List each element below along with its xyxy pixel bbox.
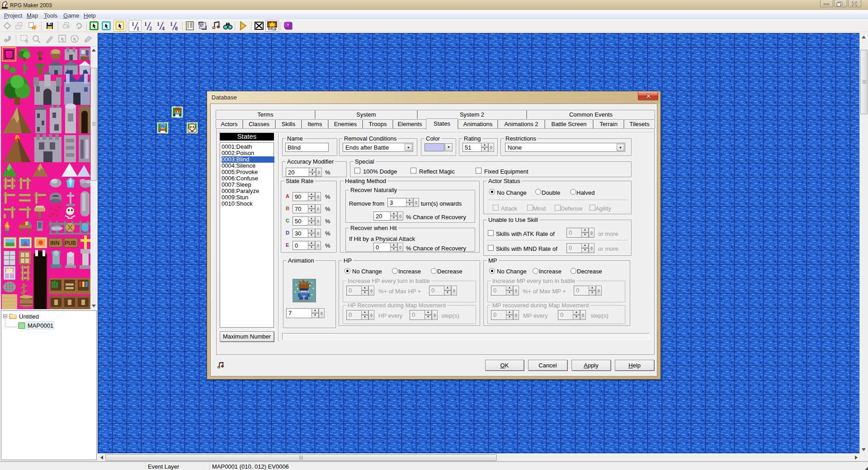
svg-text:1: 1 bbox=[170, 21, 173, 27]
svg-text:2: 2 bbox=[149, 25, 152, 31]
svg-text:PUB: PUB bbox=[65, 240, 76, 246]
svg-text:INN: INN bbox=[50, 240, 60, 246]
svg-text:1: 1 bbox=[132, 21, 134, 27]
svg-text:1: 1 bbox=[144, 21, 147, 27]
svg-text:1: 1 bbox=[157, 21, 160, 27]
svg-text:TITLE: TITLE bbox=[268, 28, 277, 31]
svg-text:8: 8 bbox=[175, 25, 178, 31]
svg-text:1: 1 bbox=[137, 25, 139, 31]
svg-text:4: 4 bbox=[162, 25, 165, 31]
svg-text:?: ? bbox=[287, 23, 289, 28]
